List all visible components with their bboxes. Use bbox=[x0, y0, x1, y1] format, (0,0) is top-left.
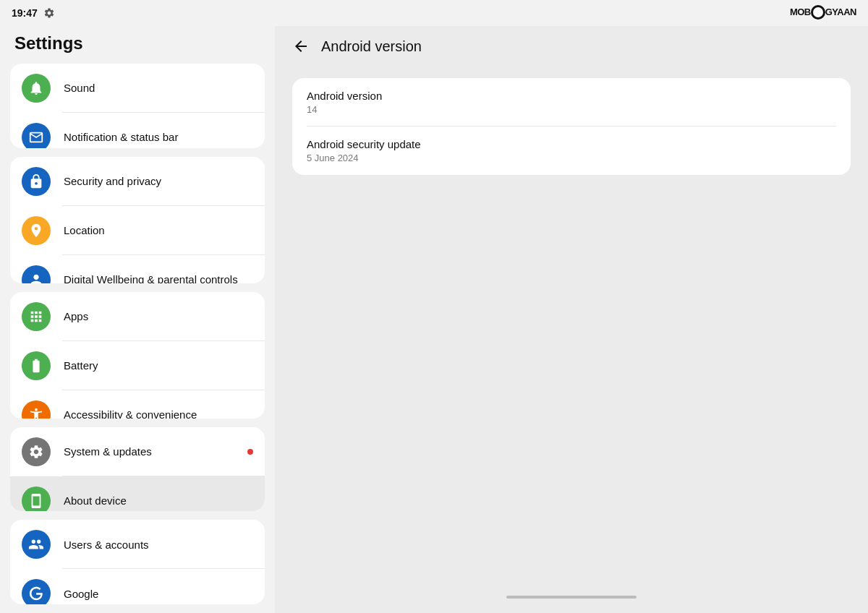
android-version-label: Android version bbox=[307, 90, 836, 102]
digital-wellbeing-label: Digital Wellbeing & parental controls bbox=[64, 273, 238, 283]
sidebar-item-notification-status-bar[interactable]: Notification & status bar bbox=[10, 113, 265, 148]
google-label: Google bbox=[64, 587, 98, 601]
android-version-item: Android version 14 bbox=[292, 78, 851, 127]
android-info-card: Android version 14 Android security upda… bbox=[292, 78, 851, 175]
location-icon bbox=[28, 223, 44, 239]
sidebar-title: Settings bbox=[10, 26, 265, 64]
card-system-about: System & updates About device bbox=[10, 427, 265, 512]
right-header: Android version bbox=[275, 26, 868, 67]
digital-wellbeing-icon-circle bbox=[22, 265, 51, 283]
android-security-item: Android security update 5 June 2024 bbox=[292, 127, 851, 175]
watermark-logo: MOBGYAAN bbox=[790, 6, 856, 20]
google-icon-circle bbox=[22, 579, 51, 604]
notification-icon bbox=[28, 129, 44, 145]
scroll-indicator bbox=[506, 596, 637, 599]
notification-icon-circle bbox=[22, 123, 51, 148]
location-icon-circle bbox=[22, 216, 51, 245]
apps-icon-circle bbox=[22, 302, 51, 331]
accessibility-label: Accessibility & convenience bbox=[64, 408, 197, 419]
google-icon bbox=[28, 586, 44, 601]
accessibility-icon-circle bbox=[22, 400, 51, 419]
sidebar-item-google[interactable]: Google bbox=[10, 569, 265, 604]
status-left: 19:47 bbox=[12, 7, 55, 19]
users-accounts-icon bbox=[28, 536, 44, 552]
main-layout: Settings Sound Notification & status bar bbox=[0, 26, 868, 613]
android-version-value: 14 bbox=[307, 104, 836, 115]
card-security-location: Security and privacy Location Digital We… bbox=[10, 157, 265, 283]
battery-icon-circle bbox=[22, 351, 51, 380]
back-arrow-icon bbox=[292, 38, 310, 55]
sound-label: Sound bbox=[64, 81, 95, 95]
about-device-label: About device bbox=[64, 494, 127, 508]
users-accounts-label: Users & accounts bbox=[64, 538, 149, 552]
gear-settings-icon bbox=[28, 444, 44, 460]
sidebar-item-digital-wellbeing[interactable]: Digital Wellbeing & parental controls bbox=[10, 255, 265, 283]
card-sound-notification: Sound Notification & status bar bbox=[10, 64, 265, 148]
sidebar: Settings Sound Notification & status bar bbox=[0, 26, 275, 613]
settings-icon bbox=[43, 7, 55, 19]
card-users-google: Users & accounts Google bbox=[10, 520, 265, 604]
right-content: Android version 14 Android security upda… bbox=[275, 67, 868, 590]
right-panel: Android version Android version 14 Andro… bbox=[275, 26, 868, 613]
system-icon-circle bbox=[22, 437, 51, 466]
person-heart-icon bbox=[28, 272, 44, 283]
location-label: Location bbox=[64, 223, 105, 238]
users-icon-circle bbox=[22, 530, 51, 559]
sidebar-item-users-accounts[interactable]: Users & accounts bbox=[10, 520, 265, 569]
time-display: 19:47 bbox=[12, 7, 38, 19]
about-device-icon bbox=[28, 493, 44, 509]
battery-label: Battery bbox=[64, 359, 98, 373]
lock-icon bbox=[28, 173, 44, 189]
sidebar-item-accessibility[interactable]: Accessibility & convenience bbox=[10, 390, 265, 419]
status-bar: 19:47 MOBGYAAN bbox=[0, 0, 868, 26]
sidebar-item-battery[interactable]: Battery bbox=[10, 341, 265, 390]
battery-icon bbox=[28, 358, 44, 374]
accessibility-icon bbox=[28, 407, 44, 419]
security-icon-circle bbox=[22, 167, 51, 196]
sound-icon-circle bbox=[22, 74, 51, 103]
android-security-value: 5 June 2024 bbox=[307, 153, 836, 163]
apps-grid-icon bbox=[28, 309, 44, 325]
sidebar-item-system-updates[interactable]: System & updates bbox=[10, 427, 265, 476]
sidebar-item-apps[interactable]: Apps bbox=[10, 292, 265, 341]
update-dot-badge bbox=[247, 449, 253, 455]
card-apps-battery: Apps Battery Accessibility & convenience bbox=[10, 292, 265, 419]
sidebar-item-about-device[interactable]: About device bbox=[10, 476, 265, 512]
notification-label: Notification & status bar bbox=[64, 130, 178, 145]
about-icon-circle bbox=[22, 486, 51, 512]
system-updates-label: System & updates bbox=[64, 445, 152, 459]
security-label: Security and privacy bbox=[64, 174, 161, 189]
right-panel-title: Android version bbox=[321, 38, 422, 55]
bell-icon bbox=[28, 80, 44, 96]
android-security-label: Android security update bbox=[307, 138, 836, 150]
sidebar-item-sound[interactable]: Sound bbox=[10, 64, 265, 113]
back-button[interactable] bbox=[292, 38, 310, 55]
sidebar-item-location[interactable]: Location bbox=[10, 206, 265, 255]
apps-label: Apps bbox=[64, 309, 88, 324]
sidebar-item-security-privacy[interactable]: Security and privacy bbox=[10, 157, 265, 206]
